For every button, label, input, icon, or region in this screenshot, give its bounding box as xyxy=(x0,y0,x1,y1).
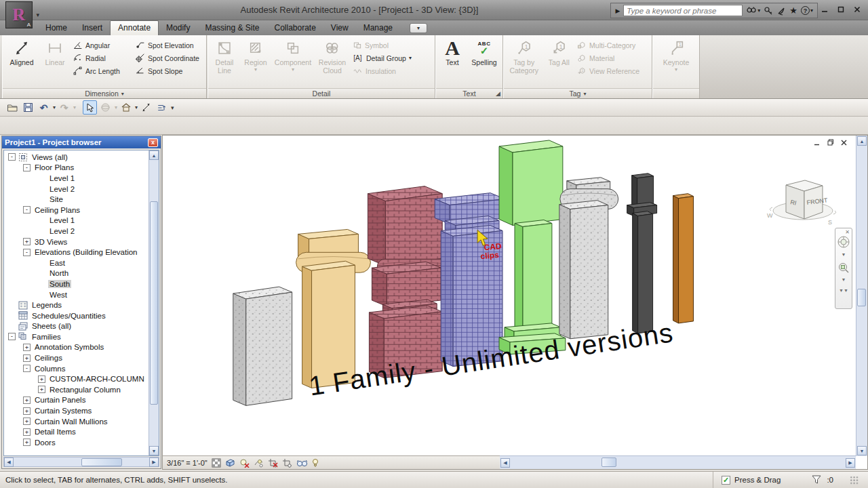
sun-path-icon[interactable] xyxy=(254,458,264,468)
expand-icon[interactable]: + xyxy=(23,428,31,436)
compass-south-label[interactable]: S xyxy=(828,219,832,226)
tag-align-button[interactable] xyxy=(155,100,169,115)
detail-group-button[interactable]: [A] Detail Group ▾ xyxy=(351,52,431,64)
toolbar-overflow-caret-icon[interactable]: ▾ xyxy=(171,104,174,111)
crop-region-icon[interactable] xyxy=(282,458,292,468)
reveal-hidden-icon[interactable] xyxy=(312,458,319,468)
tab-modify[interactable]: Modify xyxy=(159,21,197,35)
radial-dimension-button[interactable]: Radial xyxy=(71,52,133,64)
project-browser-hscrollbar[interactable]: ◀ ▶ xyxy=(3,457,159,467)
tab-manage[interactable]: Manage xyxy=(356,21,400,35)
expand-icon[interactable]: + xyxy=(38,386,45,393)
spot-slope-button[interactable]: Spot Slope xyxy=(133,64,203,77)
scroll-right-icon[interactable]: ▶ xyxy=(149,458,159,467)
infocenter-collapse-icon[interactable]: ▶ xyxy=(615,7,620,14)
undo-caret-icon[interactable]: ▾ xyxy=(53,104,56,110)
view-scale-label[interactable]: 3/16" = 1'-0" xyxy=(167,459,208,467)
subscription-center-icon[interactable] xyxy=(764,6,773,16)
communication-center-icon[interactable] xyxy=(776,6,786,16)
tree-item[interactable]: Level 2 xyxy=(5,184,148,195)
canvas-hscrollbar[interactable]: ◀ ▶ xyxy=(500,455,856,469)
viewcube[interactable]: RI FRONT W S xyxy=(766,166,840,233)
tree-item[interactable]: East xyxy=(5,258,148,268)
component-button[interactable]: Component ▾ xyxy=(272,37,314,88)
tree-item[interactable]: Level 1 xyxy=(5,173,148,184)
expand-icon[interactable]: + xyxy=(23,418,31,425)
shadows-off-icon[interactable] xyxy=(239,458,250,468)
tab-massing-site[interactable]: Massing & Site xyxy=(197,21,267,35)
tab-insert[interactable]: Insert xyxy=(75,21,110,35)
3d-caret-icon[interactable]: ▾ xyxy=(115,104,117,110)
scroll-left-icon[interactable]: ◀ xyxy=(4,458,14,467)
model-view[interactable]: CAD clips xyxy=(163,136,867,469)
tree-item[interactable]: +Curtain Systems xyxy=(5,405,148,416)
view-restore-button[interactable] xyxy=(826,138,835,146)
canvas-hscroll-thumb[interactable] xyxy=(601,458,616,467)
expand-icon[interactable]: + xyxy=(23,407,31,415)
detail-line-button[interactable]: Detail Line xyxy=(210,37,239,88)
project-browser-vscrollbar[interactable]: ▲ ▼ xyxy=(149,150,159,455)
press-drag-checkbox[interactable]: ✓ xyxy=(722,476,730,485)
favorites-star-icon[interactable]: ★ xyxy=(789,5,797,16)
visual-style-icon[interactable] xyxy=(225,458,235,467)
tree-item[interactable]: +CUSTOM-ARCH-COLUMN xyxy=(5,373,148,384)
tree-item[interactable]: South xyxy=(5,279,148,289)
zoom-button[interactable] xyxy=(837,262,850,277)
minimize-button[interactable] xyxy=(819,4,830,14)
tree-item[interactable]: +Curtain Panels xyxy=(5,395,148,406)
zoom-caret-icon[interactable]: ▼ xyxy=(842,277,846,282)
redo-caret-icon[interactable]: ▾ xyxy=(73,104,76,110)
insulation-button[interactable]: Insulation xyxy=(351,64,431,77)
tree-item[interactable]: -Floor Plans xyxy=(5,163,148,174)
collapse-icon[interactable]: - xyxy=(23,164,31,171)
panel-footer-dimension[interactable]: Dimension ▾ xyxy=(3,88,206,98)
minimize-ribbon-button[interactable]: ▾ xyxy=(410,23,427,33)
vscroll-thumb[interactable] xyxy=(150,201,158,405)
tab-home[interactable]: Home xyxy=(38,21,75,35)
arc-length-dimension-button[interactable]: Arc Length xyxy=(71,64,133,77)
tag-all-button[interactable]: 1 Tag All xyxy=(542,37,575,88)
application-menu-button[interactable]: R ▾ A xyxy=(5,1,33,28)
search-input[interactable] xyxy=(623,5,743,16)
tree-item[interactable]: Level 1 xyxy=(5,216,148,226)
redo-button[interactable]: ↷ xyxy=(57,100,71,115)
tree-item[interactable]: +Detail Items xyxy=(5,426,148,437)
text-button[interactable]: A Text xyxy=(437,37,467,88)
expand-icon[interactable]: + xyxy=(38,375,45,383)
tree-item[interactable]: Sheets (all) xyxy=(5,321,148,332)
undo-button[interactable]: ↶ xyxy=(37,100,51,115)
maximize-button[interactable] xyxy=(835,4,846,14)
collapse-icon[interactable]: - xyxy=(23,365,31,372)
expand-icon[interactable]: + xyxy=(23,439,31,446)
view-minimize-button[interactable] xyxy=(812,138,821,146)
collapse-icon[interactable]: - xyxy=(23,249,31,256)
open-button[interactable] xyxy=(5,100,20,115)
tree-item[interactable]: Level 2 xyxy=(5,226,148,237)
expand-icon[interactable]: + xyxy=(23,396,31,404)
linear-dimension-button[interactable]: Linear xyxy=(39,37,71,88)
project-browser-titlebar[interactable]: Project1 - Project browser x xyxy=(2,136,161,148)
filter-icon[interactable] xyxy=(812,475,821,485)
spot-coordinate-button[interactable]: Spot Coordinate xyxy=(133,52,203,64)
close-button[interactable] xyxy=(852,4,863,14)
expand-icon[interactable]: + xyxy=(23,238,31,245)
aligned-dimension-button[interactable]: Aligned xyxy=(4,37,39,88)
tree-item[interactable]: Legends xyxy=(5,300,148,310)
detail-level-icon[interactable] xyxy=(212,458,221,468)
wheel-caret-icon[interactable]: ▼ xyxy=(842,252,846,257)
revision-cloud-button[interactable]: Revision Cloud xyxy=(314,37,351,88)
project-browser-close-button[interactable]: x xyxy=(148,138,158,147)
navbar-close-icon[interactable]: ✕ xyxy=(845,229,852,235)
text-dialog-launcher-icon[interactable]: ◢ xyxy=(496,90,500,97)
hscroll-thumb[interactable] xyxy=(81,458,122,466)
temporary-hide-isolate-icon[interactable] xyxy=(296,459,308,467)
canvas-scroll-right-icon[interactable]: ▶ xyxy=(846,458,855,468)
save-button[interactable] xyxy=(21,100,35,115)
tree-item[interactable]: -Ceiling Plans xyxy=(5,205,148,216)
tag-by-category-button[interactable]: 1 Tag by Category xyxy=(505,37,542,88)
tree-item[interactable]: +Rectangular Column xyxy=(5,384,148,395)
canvas-vscroll-thumb[interactable] xyxy=(857,289,866,306)
tab-collaborate[interactable]: Collaborate xyxy=(267,21,323,35)
canvas-scroll-down-icon[interactable]: ▼ xyxy=(857,446,867,455)
drawing-area[interactable]: CAD clips 1 Family - Unlimited versions … xyxy=(162,135,868,470)
